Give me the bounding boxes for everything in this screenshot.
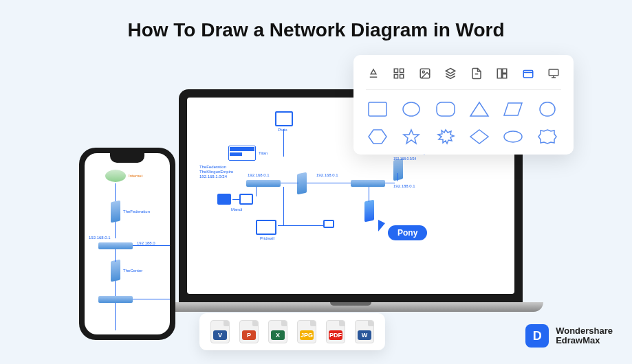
brand-logo-block: D Wondershare EdrawMax — [525, 324, 613, 348]
svg-rect-8 — [503, 74, 507, 78]
toolbar-row — [366, 63, 561, 90]
shape-parallelogram[interactable] — [501, 100, 525, 119]
printer-icon — [217, 194, 231, 205]
node-label: Pridwall — [260, 236, 274, 240]
shape-seal[interactable] — [536, 127, 559, 146]
svg-rect-6 — [497, 69, 501, 78]
laptop-icon — [256, 220, 276, 235]
shape-rounded-square[interactable] — [536, 100, 559, 119]
layers-icon[interactable] — [443, 66, 458, 81]
node-label: 192.168.1.0/24 — [199, 174, 227, 179]
connector — [278, 225, 323, 226]
svg-rect-13 — [437, 102, 455, 116]
shape-rounded-rect[interactable] — [434, 100, 457, 119]
svg-point-15 — [504, 131, 522, 142]
laptop-small-icon — [323, 220, 334, 228]
brand-logo-icon: D — [525, 324, 549, 348]
node-label: Mandi — [231, 207, 242, 212]
shape-star[interactable] — [400, 127, 423, 146]
connector — [307, 183, 351, 183]
ip-label: 192.168.0.1 — [248, 173, 270, 177]
shape-ellipse[interactable] — [501, 127, 525, 146]
brand-name-top: Wondershare — [556, 326, 613, 336]
connector — [115, 249, 116, 262]
shape-hexagon[interactable] — [366, 127, 389, 146]
connector — [397, 173, 398, 181]
brand-text: Wondershare EdrawMax — [556, 326, 613, 346]
svg-rect-9 — [523, 71, 533, 78]
connector — [133, 299, 170, 299]
node-label: Titan — [259, 151, 268, 155]
shape-circle[interactable] — [400, 100, 423, 119]
connector — [115, 183, 116, 201]
table-row-fill — [230, 152, 242, 156]
shapes-icon[interactable] — [521, 66, 536, 81]
svg-rect-0 — [395, 69, 398, 72]
collaborator-cursor: Pony — [388, 225, 427, 240]
node-label: TheCenter — [123, 269, 142, 273]
svg-rect-7 — [503, 69, 507, 73]
export-format-bar: V P X JPG PDF W — [199, 313, 385, 350]
connector — [256, 187, 257, 196]
phone-screen-content: Internet TheFederation 192.168.0.1 192.1… — [85, 153, 170, 334]
apps-icon[interactable] — [391, 66, 406, 81]
server-icon — [111, 201, 120, 223]
phone-mockup: Internet TheFederation 192.168.0.1 192.1… — [79, 148, 175, 340]
page-title: How To Draw a Network Diagram in Word — [0, 0, 632, 41]
node-label: TheKlingonEmpire — [199, 170, 233, 174]
svg-rect-3 — [400, 75, 404, 78]
node-label: Internet — [129, 174, 142, 178]
pc-icon — [275, 111, 293, 126]
switch-icon — [246, 180, 281, 187]
ip-label: 192.168.0.1 — [89, 236, 111, 240]
shapes-toolbar-panel — [353, 55, 574, 155]
svg-rect-14 — [540, 102, 555, 116]
node-label: 192.168.0.0/24 — [393, 157, 416, 161]
node-label: Pluto — [278, 128, 287, 132]
svg-rect-10 — [549, 69, 558, 76]
brand-name-bottom: EdrawMax — [556, 336, 613, 345]
shape-rectangle[interactable] — [366, 100, 389, 119]
shape-diamond[interactable] — [468, 127, 491, 146]
cloud-icon — [105, 170, 126, 182]
connector — [283, 129, 284, 157]
presentation-icon[interactable] — [546, 66, 561, 81]
export-visio[interactable]: V — [210, 320, 230, 343]
shape-burst[interactable] — [434, 127, 457, 146]
svg-rect-1 — [400, 69, 404, 72]
connector — [283, 187, 284, 225]
server-icon — [393, 159, 403, 181]
image-icon[interactable] — [417, 66, 433, 81]
laptop-hinge — [330, 302, 371, 306]
phone-notch — [110, 153, 144, 163]
export-word[interactable]: W — [355, 320, 374, 343]
svg-rect-11 — [369, 102, 386, 116]
connector — [115, 281, 116, 296]
connector — [115, 303, 116, 330]
shapes-grid — [366, 90, 561, 146]
svg-rect-2 — [395, 75, 398, 78]
switch-icon — [351, 180, 385, 187]
export-pdf[interactable]: PDF — [326, 320, 345, 343]
connector — [281, 183, 298, 183]
page-icon[interactable] — [469, 66, 484, 81]
svg-point-12 — [403, 102, 419, 116]
monitor-icon — [239, 194, 253, 205]
shape-triangle[interactable] — [468, 100, 491, 119]
table-row-fill — [230, 147, 254, 151]
export-excel[interactable]: X — [268, 320, 287, 343]
server-icon — [111, 260, 120, 282]
switch-icon — [98, 242, 133, 249]
connector — [232, 199, 239, 200]
export-powerpoint[interactable]: P — [239, 320, 259, 343]
ip-label: 192.168.0.1 — [316, 173, 338, 177]
connector — [115, 222, 116, 238]
server-icon — [364, 200, 374, 222]
laptop-base — [158, 302, 543, 312]
switch-icon — [98, 296, 133, 303]
export-jpg[interactable]: JPG — [297, 320, 316, 343]
server-icon — [297, 172, 307, 194]
fill-icon[interactable] — [366, 66, 381, 81]
split-icon[interactable] — [494, 66, 510, 81]
connector — [369, 187, 369, 202]
